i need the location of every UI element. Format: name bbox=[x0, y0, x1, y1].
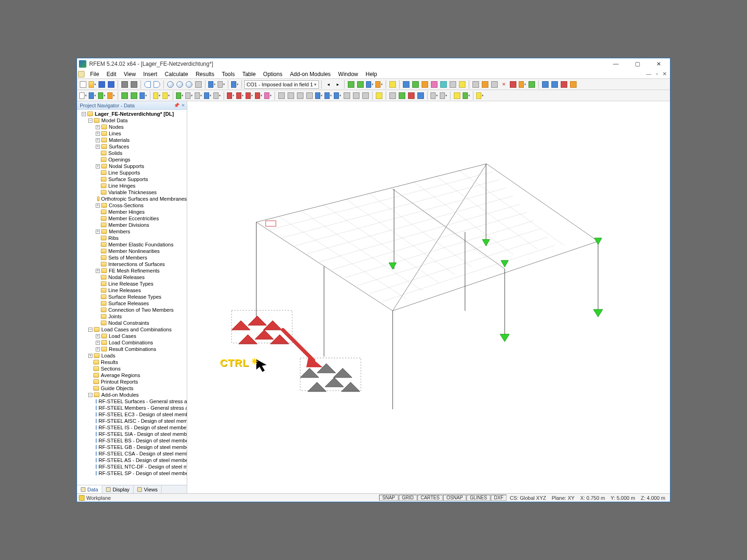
print-button[interactable] bbox=[120, 80, 129, 89]
tree-item-line-release-types[interactable]: Line Release Types bbox=[77, 280, 187, 287]
display-table-button[interactable] bbox=[388, 80, 397, 89]
new-button[interactable] bbox=[79, 80, 87, 89]
view-front-button[interactable] bbox=[361, 91, 370, 100]
redo-button[interactable] bbox=[153, 80, 161, 89]
maximize-button[interactable]: ▢ bbox=[631, 60, 644, 68]
disp-num-button[interactable] bbox=[388, 91, 397, 100]
select-window-button[interactable] bbox=[277, 91, 286, 100]
mdi-restore-icon[interactable]: ▫ bbox=[655, 71, 659, 77]
view-persp-button[interactable] bbox=[324, 91, 332, 100]
calc-params-button[interactable] bbox=[356, 80, 365, 89]
close-panel-icon[interactable]: ✕ bbox=[181, 103, 185, 108]
tree-item-guide-objects[interactable]: Guide Objects bbox=[77, 385, 187, 392]
close-button[interactable]: ✕ bbox=[652, 60, 665, 68]
tree-root[interactable]: −Lager_FE-Netzverdichtung* [DL] bbox=[77, 111, 187, 117]
menu-calculate[interactable]: Calculate bbox=[161, 70, 192, 78]
disp-load-button[interactable] bbox=[407, 91, 416, 100]
tree-item-line-releases[interactable]: Line Releases bbox=[77, 287, 187, 294]
tree-addon-rf-steel[interactable]: RF-STEEL SP - Design of steel membe bbox=[77, 470, 187, 476]
circle-button[interactable] bbox=[139, 91, 148, 100]
view-direction-button[interactable] bbox=[208, 80, 216, 89]
minimize-button[interactable]: — bbox=[609, 60, 622, 68]
tree-item-intersections-of-surfaces[interactable]: Intersections of Surfaces bbox=[77, 261, 187, 267]
print-preview-button[interactable] bbox=[130, 80, 138, 89]
tree-item-member-divisions[interactable]: Member Divisions bbox=[77, 222, 187, 228]
workplane-button[interactable] bbox=[231, 80, 239, 89]
zoom-window-button[interactable] bbox=[166, 80, 175, 89]
tree-loadcases[interactable]: −Load Cases and Combinations bbox=[77, 326, 187, 333]
hide-button[interactable] bbox=[509, 80, 517, 89]
load-temp-button[interactable] bbox=[264, 91, 272, 100]
mod-orange1[interactable] bbox=[421, 80, 429, 89]
tree-item-surfaces[interactable]: +Surfaces bbox=[77, 143, 187, 150]
tree-addon-rf-steel[interactable]: RF-STEEL EC3 - Design of steel memb bbox=[77, 411, 187, 418]
tree-item-materials[interactable]: +Materials bbox=[77, 137, 187, 143]
model-viewport[interactable]: CTRL ✷ bbox=[187, 101, 670, 493]
mod-gray1[interactable] bbox=[449, 80, 457, 89]
visibility-button[interactable] bbox=[518, 80, 527, 89]
mdi-minimize-icon[interactable]: — bbox=[645, 71, 653, 77]
copy-button[interactable] bbox=[153, 91, 161, 100]
tree-item-fe-mesh-refinements[interactable]: +FE Mesh Refinements bbox=[77, 267, 187, 274]
tree-item-printout-reports[interactable]: Printout Reports bbox=[77, 378, 187, 385]
rect-button[interactable] bbox=[120, 91, 129, 100]
menu-view[interactable]: View bbox=[120, 70, 140, 78]
wkplane-button[interactable] bbox=[541, 80, 550, 89]
view-left-button[interactable] bbox=[343, 91, 351, 100]
tab-views[interactable]: Views bbox=[134, 486, 162, 493]
tree-item-surface-release-types[interactable]: Surface Release Types bbox=[77, 294, 187, 300]
tree-item-orthotropic-surfaces-and-membranes[interactable]: Orthotropic Surfaces and Membranes bbox=[77, 196, 187, 202]
pin-icon[interactable]: 📌 bbox=[174, 103, 179, 108]
tree-item-variable-thicknesses[interactable]: Variable Thicknesses bbox=[77, 189, 187, 196]
tree-addon-rf-steel[interactable]: RF-STEEL NTC-DF - Design of steel m bbox=[77, 463, 187, 470]
tree-item-members[interactable]: +Members bbox=[77, 228, 187, 235]
zoom-extents-button[interactable] bbox=[176, 80, 184, 89]
toggle-osnap[interactable]: OSNAP bbox=[443, 495, 466, 501]
pan-button[interactable] bbox=[194, 80, 203, 89]
hinge-button[interactable] bbox=[185, 91, 193, 100]
menu-help[interactable]: Help bbox=[362, 70, 381, 78]
panel-button[interactable] bbox=[453, 91, 461, 100]
tab-data[interactable]: Data bbox=[77, 485, 102, 493]
tree-item-nodes[interactable]: +Nodes bbox=[77, 124, 187, 130]
undo-button[interactable] bbox=[143, 80, 152, 89]
tree-item-member-hinges[interactable]: Member Hinges bbox=[77, 209, 187, 215]
tree-addon-rf-steel[interactable]: RF-STEEL SIA - Design of steel memb bbox=[77, 431, 187, 437]
color-button[interactable] bbox=[462, 91, 471, 100]
highlight-button[interactable] bbox=[476, 91, 484, 100]
prev-loadcase-button[interactable]: ◂ bbox=[324, 80, 332, 89]
tree-item-results[interactable]: Results bbox=[77, 359, 187, 365]
node-button[interactable] bbox=[79, 91, 87, 100]
view-iso-button[interactable] bbox=[315, 91, 323, 100]
tree-addon-rf-steel[interactable]: RF-STEEL BS - Design of steel membe bbox=[77, 437, 187, 444]
menu-tools[interactable]: Tools bbox=[218, 70, 239, 78]
toggle-glines[interactable]: GLINES bbox=[466, 495, 490, 501]
mod-cyan1[interactable] bbox=[439, 80, 448, 89]
save-all-button[interactable] bbox=[107, 80, 115, 89]
tree-item-joints[interactable]: Joints bbox=[77, 313, 187, 320]
select-poly-button[interactable] bbox=[287, 91, 295, 100]
tree-item-sections[interactable]: Sections bbox=[77, 365, 187, 372]
grid-user-button[interactable] bbox=[439, 91, 448, 100]
save-button[interactable] bbox=[98, 80, 106, 89]
menu-addon[interactable]: Add-on Modules bbox=[286, 70, 334, 78]
disp-support-button[interactable] bbox=[398, 91, 406, 100]
tree-item-member-nonlinearities[interactable]: Member Nonlinearities bbox=[77, 248, 187, 254]
solid-button[interactable] bbox=[204, 91, 212, 100]
mdi-close-icon[interactable]: ✕ bbox=[661, 71, 668, 77]
load-solid-button[interactable] bbox=[254, 91, 263, 100]
menu-table[interactable]: Table bbox=[239, 70, 260, 78]
tree-addon-rf-steel[interactable]: RF-STEEL AISC - Design of steel mem bbox=[77, 418, 187, 424]
zoom-select-button[interactable] bbox=[185, 80, 193, 89]
load-line-button[interactable] bbox=[236, 91, 244, 100]
legend-button[interactable] bbox=[550, 80, 559, 89]
tree-item-nodal-supports[interactable]: +Nodal Supports bbox=[77, 163, 187, 169]
navigator-tree[interactable]: −Lager_FE-Netzverdichtung* [DL]−Model Da… bbox=[77, 110, 187, 485]
next-loadcase-button[interactable]: ▸ bbox=[333, 80, 342, 89]
spring-button[interactable] bbox=[194, 91, 203, 100]
tree-model-data[interactable]: −Model Data bbox=[77, 117, 187, 124]
tree-item-load-cases[interactable]: +Load Cases bbox=[77, 333, 187, 339]
check-button[interactable] bbox=[528, 80, 536, 89]
tree-addon-rf-steel[interactable]: RF-STEEL IS - Design of steel member bbox=[77, 424, 187, 431]
mirror-button[interactable] bbox=[162, 91, 170, 100]
